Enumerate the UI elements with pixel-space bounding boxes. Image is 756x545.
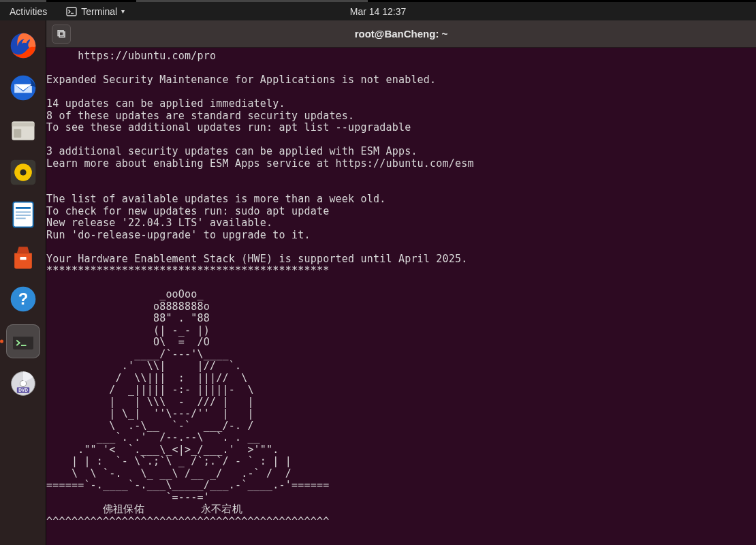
window-title: root@BanCheng: ~ (71, 28, 731, 40)
svg-rect-12 (16, 207, 31, 209)
dock-software[interactable] (6, 240, 40, 274)
new-tab-button[interactable]: ⧉ (52, 25, 71, 44)
svg-text:?: ? (18, 290, 28, 308)
writer-icon (8, 200, 38, 230)
svg-rect-6 (14, 129, 21, 138)
running-indicator (0, 340, 3, 343)
dock-disc[interactable]: DVD (6, 367, 40, 401)
terminal-icon (11, 329, 35, 354)
terminal-output[interactable]: https://ubuntu.com/pro Expanded Security… (46, 48, 756, 527)
disc-icon: DVD (8, 369, 38, 399)
svg-rect-0 (67, 7, 76, 16)
software-icon (8, 242, 38, 272)
thunderbird-icon (8, 73, 38, 103)
dock-terminal[interactable] (6, 324, 40, 358)
svg-rect-14 (16, 215, 31, 216)
svg-rect-13 (16, 211, 31, 213)
svg-rect-5 (12, 123, 34, 127)
files-icon (8, 115, 38, 145)
dock-help[interactable]: ? (6, 282, 40, 316)
appmenu-terminal[interactable]: Terminal ▾ (57, 6, 134, 17)
dock-firefox[interactable] (6, 29, 40, 63)
svg-rect-16 (20, 257, 26, 260)
dock-files[interactable] (6, 113, 40, 147)
svg-text:DVD: DVD (18, 388, 28, 392)
terminal-window: ⧉ root@BanCheng: ~ https://ubuntu.com/pr… (46, 20, 756, 545)
dock-thunderbird[interactable] (6, 71, 40, 105)
svg-rect-15 (16, 218, 26, 219)
appmenu-label: Terminal (81, 6, 117, 17)
firefox-icon (8, 31, 38, 61)
titlebar: ⧉ root@BanCheng: ~ (46, 20, 756, 48)
gnome-topbar: Activities Terminal ▾ Mar 14 12:37 (0, 2, 756, 20)
rhythmbox-icon (8, 157, 38, 187)
help-icon: ? (8, 284, 38, 314)
dock-writer[interactable] (6, 198, 40, 232)
activities-button[interactable]: Activities (0, 6, 57, 17)
dock-rhythmbox[interactable] (6, 155, 40, 189)
svg-point-9 (20, 169, 26, 175)
dock: ? DVD (0, 20, 46, 545)
terminal-small-icon (66, 6, 77, 17)
clock[interactable]: Mar 14 12:37 (350, 6, 407, 17)
svg-rect-20 (13, 333, 33, 337)
chevron-down-icon: ▾ (121, 7, 125, 15)
